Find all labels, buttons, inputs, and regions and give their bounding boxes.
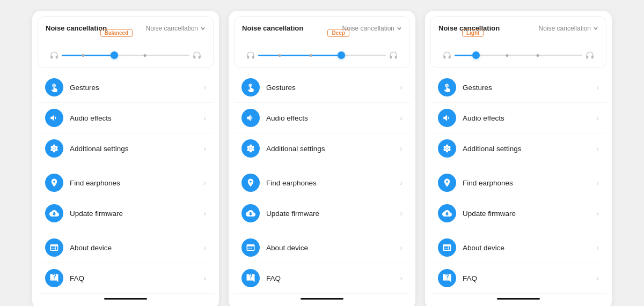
menu-item-faq[interactable]: FAQ ›	[38, 263, 214, 294]
menu-item-update[interactable]: Update firmware ›	[430, 198, 606, 228]
slider-area[interactable]: Deep	[242, 39, 402, 62]
menu-arrow-icon: ›	[400, 114, 402, 122]
earphone-right-icon	[388, 50, 399, 61]
menu-label: Find earphones	[266, 179, 400, 187]
menu-item-settings[interactable]: Additional settings ›	[430, 133, 606, 163]
slider-dot	[82, 54, 84, 57]
menu-item-audio[interactable]: Audio effects ›	[234, 103, 410, 133]
menu-section-1: Find earphones › Update firmware ›	[430, 168, 606, 228]
gesture-icon	[438, 78, 456, 96]
about-icon	[241, 238, 260, 257]
earphone-left-icon	[49, 50, 60, 61]
nc-value[interactable]: Noise cancellation	[342, 25, 402, 32]
menu-section-2: About device › FAQ ›	[430, 233, 606, 305]
menu-label: Additional settings	[266, 145, 400, 153]
menu-label: FAQ	[463, 274, 596, 282]
slider-track[interactable]	[49, 50, 202, 60]
slider-dot	[309, 54, 312, 57]
menu-item-find[interactable]: Find earphones ›	[38, 168, 214, 198]
menu-label: Update firmware	[70, 210, 203, 218]
menu-arrow-icon: ›	[400, 274, 402, 282]
menu-label: FAQ	[70, 274, 203, 282]
menu-label: Additional settings	[463, 145, 596, 153]
audio-icon	[241, 109, 260, 127]
menu-item-find[interactable]: Find earphones ›	[234, 168, 410, 198]
menu-arrow-icon: ›	[400, 83, 402, 92]
menu-item-settings[interactable]: Additional settings ›	[38, 133, 214, 163]
track-fill	[62, 55, 114, 56]
menu-arrow-icon: ›	[203, 144, 206, 153]
headphone-right-icon	[193, 51, 201, 59]
menu-section-1: Find earphones › Update firmware ›	[234, 168, 410, 228]
menu-label: Update firmware	[266, 210, 400, 218]
faq-icon	[241, 269, 260, 287]
menu-section-0: Gestures › Audio effects › Additional se…	[234, 72, 410, 163]
headphone-right-icon	[586, 51, 594, 59]
menu-label: Audio effects	[70, 114, 203, 122]
find-icon	[438, 174, 456, 192]
menu-item-about[interactable]: About device ›	[430, 233, 606, 263]
menu-arrow-icon: ›	[400, 243, 402, 252]
track-fill	[258, 55, 341, 56]
slider-label: Deep	[327, 29, 349, 37]
slider-knob[interactable]	[338, 51, 345, 59]
settings-icon	[241, 139, 260, 158]
menu-arrow-icon: ›	[400, 209, 402, 218]
earphone-left-icon	[442, 50, 452, 61]
slider-area[interactable]: Light	[438, 39, 598, 62]
menu-arrow-icon: ›	[596, 114, 599, 122]
slider-knob[interactable]	[472, 51, 480, 59]
menu-label: Gestures	[463, 84, 596, 92]
menu-label: About device	[463, 244, 596, 252]
nc-title: Noise cancellation	[242, 24, 303, 32]
phone-card-light: Noise cancellation Noise cancellation Li…	[425, 11, 612, 306]
menu-arrow-icon: ›	[203, 178, 206, 187]
menu-item-about[interactable]: About device ›	[38, 233, 214, 263]
svg-point-0	[53, 147, 56, 150]
menu-item-faq[interactable]: FAQ ›	[234, 263, 410, 294]
menu-item-audio[interactable]: Audio effects ›	[38, 103, 214, 133]
slider-knob[interactable]	[111, 51, 118, 59]
menu-label: Gestures	[70, 84, 203, 92]
nc-value[interactable]: Noise cancellation	[146, 25, 206, 32]
svg-point-2	[446, 147, 449, 150]
audio-icon	[45, 109, 63, 127]
slider-track[interactable]	[245, 50, 399, 60]
slider-track[interactable]	[442, 50, 595, 60]
headphone-left-icon	[443, 51, 451, 59]
menu-item-gesture[interactable]: Gestures ›	[38, 72, 214, 103]
menu-section-0: Gestures › Audio effects › Additional se…	[430, 72, 606, 163]
menu-item-update[interactable]: Update firmware ›	[234, 198, 410, 228]
find-icon	[45, 174, 63, 192]
menu-arrow-icon: ›	[203, 274, 206, 282]
slider-dot	[278, 54, 281, 57]
menu-item-find[interactable]: Find earphones ›	[430, 168, 606, 198]
menu-label: Audio effects	[266, 114, 400, 122]
earphone-left-icon	[245, 50, 256, 61]
menu-label: About device	[266, 244, 400, 252]
menu-item-update[interactable]: Update firmware ›	[38, 198, 214, 228]
menu-item-settings[interactable]: Additional settings ›	[234, 133, 410, 163]
menu-item-gesture[interactable]: Gestures ›	[234, 72, 410, 103]
gesture-icon	[241, 78, 260, 96]
menu-label: FAQ	[266, 274, 400, 282]
menu-arrow-icon: ›	[203, 114, 206, 122]
menu-arrow-icon: ›	[203, 243, 206, 252]
slider-dot	[144, 54, 147, 57]
menu-arrow-icon: ›	[596, 243, 599, 252]
menu-item-gesture[interactable]: Gestures ›	[430, 72, 606, 103]
nc-title: Noise cancellation	[46, 24, 107, 32]
menu-section-2: About device › FAQ ›	[234, 233, 410, 305]
menu-label: Additional settings	[70, 145, 203, 153]
headphone-left-icon	[50, 51, 58, 59]
slider-area[interactable]: Balanced	[46, 39, 206, 62]
menu-item-faq[interactable]: FAQ ›	[430, 263, 606, 294]
menu-section-2: About device › FAQ ›	[38, 233, 214, 305]
menu-item-about[interactable]: About device ›	[234, 233, 410, 263]
nc-value[interactable]: Noise cancellation	[539, 25, 598, 32]
menu-label: Audio effects	[463, 114, 596, 122]
menu-item-audio[interactable]: Audio effects ›	[430, 103, 606, 133]
menu-arrow-icon: ›	[596, 274, 599, 282]
menu-arrow-icon: ›	[400, 178, 402, 187]
phone-card-balanced: Noise cancellation Noise cancellation Ba…	[32, 11, 219, 306]
